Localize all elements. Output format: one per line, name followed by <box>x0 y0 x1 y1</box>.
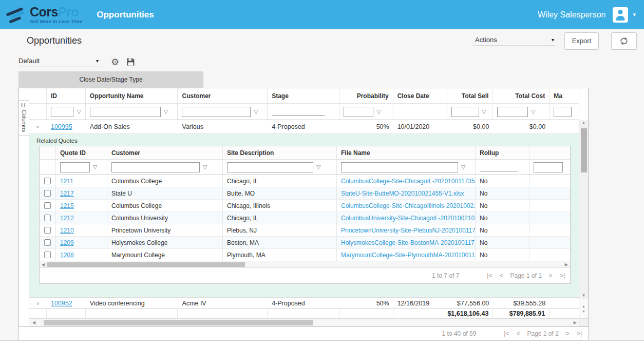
related-quote-row[interactable]: 1209 Holysmokes College Boston, MA Holys… <box>40 237 570 249</box>
filter-input-id[interactable] <box>51 107 73 117</box>
user-avatar-icon[interactable] <box>613 7 628 23</box>
quote-id-link[interactable]: 1217 <box>60 190 74 197</box>
tab-close-date-stage-type[interactable]: Close Date/Stage Type <box>18 71 203 88</box>
actions-dropdown[interactable]: Actions ▾ <box>473 36 555 46</box>
scrollbar-thumb[interactable] <box>47 262 245 267</box>
filter-funnel-icon[interactable]: ▽ <box>316 164 320 170</box>
column-header-close-date[interactable]: Close Date <box>393 88 447 103</box>
collapse-row-chevron-icon[interactable]: › <box>34 126 42 128</box>
scroll-left-icon[interactable]: ◀ <box>42 261 45 268</box>
quote-id-link[interactable]: 1211 <box>60 178 73 185</box>
quote-file-link[interactable]: HolysmokesCollege-Site-BostonMA-20201001… <box>341 239 476 246</box>
quote-file-link[interactable]: ColumbusCollege-Site-ChicagoIllinois-202… <box>341 202 476 209</box>
grid-horizontal-scrollbar[interactable]: ◀ ▶ <box>29 318 579 326</box>
quote-file-link[interactable]: PrincetownUniversity-Site-PlebusNJ-20201… <box>341 227 476 234</box>
column-header-file-name[interactable]: File Name <box>337 146 476 159</box>
filter-input-probability[interactable] <box>344 107 373 117</box>
filter-funnel-icon[interactable]: ▽ <box>93 164 97 170</box>
column-header-customer[interactable]: Customer <box>178 88 268 103</box>
filter-funnel-icon[interactable]: ▽ <box>531 108 535 115</box>
related-quote-row[interactable]: 1217 State U Butte, MO StateU-Site-Butte… <box>40 187 570 200</box>
filter-close-date[interactable] <box>393 104 447 120</box>
column-header-margin[interactable]: Ma <box>550 88 579 103</box>
next-page-button[interactable]: > <box>566 330 570 337</box>
filter-input-margin[interactable] <box>554 107 572 117</box>
column-header-id[interactable]: ID <box>47 88 86 103</box>
quote-file-link[interactable]: ColumbusCollege-Site-ChicagoIL-202010011… <box>341 178 476 185</box>
refresh-button[interactable] <box>611 32 637 50</box>
first-page-button[interactable]: |< <box>487 272 492 279</box>
next-page-button[interactable]: > <box>549 272 553 279</box>
grid-vertical-scrollbar[interactable]: ▲ ▼ ▲ ▼ <box>579 88 588 326</box>
filter-select-stage[interactable] <box>272 108 325 116</box>
filter-input-total-sell[interactable] <box>451 107 479 117</box>
filter-input-site-description[interactable] <box>227 162 313 172</box>
column-header-probability[interactable]: Probability <box>339 88 393 103</box>
related-quotes-horizontal-scrollbar[interactable]: ◀ ▶ <box>40 261 570 268</box>
filter-input-total-cost[interactable] <box>497 107 528 117</box>
filter-funnel-icon[interactable]: ▽ <box>482 108 486 115</box>
related-quote-row[interactable]: 1215 Columbus College Chicago, Illinois … <box>40 200 570 212</box>
filter-funnel-icon[interactable]: ▽ <box>164 108 168 115</box>
last-page-button[interactable]: >| <box>560 272 565 279</box>
filter-funnel-icon[interactable]: ▽ <box>254 108 258 115</box>
save-view-button[interactable] <box>126 57 135 66</box>
export-button[interactable]: Export <box>564 32 599 50</box>
spin-down-icon[interactable]: ▼ <box>582 309 585 314</box>
column-header-quote-customer[interactable]: Customer <box>107 146 223 159</box>
gear-icon[interactable]: ⚙ <box>111 57 119 67</box>
opportunity-id-link[interactable]: 100995 <box>51 123 72 130</box>
quote-id-link[interactable]: 1215 <box>60 202 74 209</box>
quote-id-link[interactable]: 1212 <box>60 215 74 222</box>
filter-funnel-icon[interactable]: ▽ <box>203 164 207 170</box>
quote-id-link[interactable]: 1208 <box>60 252 74 259</box>
prev-page-button[interactable]: < <box>516 330 520 337</box>
user-menu-caret-icon[interactable]: ▾ <box>633 11 636 18</box>
filter-input-quote-customer[interactable] <box>111 162 200 172</box>
filter-input-opportunity-name[interactable] <box>90 107 161 117</box>
filter-select-rollup[interactable] <box>480 163 518 171</box>
related-quote-row[interactable]: 1212 Columbus University Chicago, IL Col… <box>40 212 570 224</box>
column-header-opportunity-name[interactable]: Opportunity Name <box>86 88 178 103</box>
related-quote-row[interactable]: 1208 Marymount College Plymouth, MA Mary… <box>40 249 570 261</box>
column-header-quote-id[interactable]: Quote ID <box>56 146 107 159</box>
filter-funnel-icon[interactable]: ▽ <box>376 108 381 115</box>
scroll-down-icon[interactable]: ▼ <box>582 293 586 299</box>
row-checkbox[interactable] <box>44 239 51 246</box>
prev-page-button[interactable]: < <box>499 272 503 279</box>
row-checkbox[interactable] <box>44 215 51 221</box>
last-page-button[interactable]: >| <box>577 330 582 337</box>
row-checkbox[interactable] <box>44 227 51 234</box>
column-header-rollup[interactable]: Rollup <box>476 146 529 159</box>
scroll-left-icon[interactable]: ◀ <box>32 319 35 326</box>
filter-input-quote-id[interactable] <box>60 162 90 172</box>
spin-up-icon[interactable]: ▲ <box>582 304 585 309</box>
column-header-site-description[interactable]: Site Description <box>223 146 337 159</box>
first-page-button[interactable]: |< <box>504 330 509 337</box>
scroll-right-icon[interactable]: ▶ <box>574 319 577 326</box>
related-quote-row[interactable]: 1210 Princetown University Plebus, NJ Pr… <box>40 224 570 237</box>
row-checkbox[interactable] <box>44 190 51 197</box>
filter-input-file-name[interactable] <box>341 162 458 172</box>
totals-spinner[interactable]: ▲ ▼ <box>579 299 588 318</box>
filter-funnel-icon[interactable]: ▽ <box>461 164 465 170</box>
filter-input-partial[interactable] <box>534 162 563 172</box>
filter-funnel-icon[interactable]: ▽ <box>77 108 81 115</box>
opportunity-row[interactable]: › 100995 Add-On Sales Various 4-Proposed… <box>29 120 579 134</box>
opportunity-row[interactable]: › 100952 Video conferencing Acme IV 4-Pr… <box>29 297 579 309</box>
scrollbar-thumb[interactable] <box>581 128 587 172</box>
quote-id-link[interactable]: 1210 <box>60 227 74 234</box>
filter-input-customer[interactable] <box>182 107 251 117</box>
scroll-up-icon[interactable]: ▲ <box>582 120 586 126</box>
expand-row-chevron-icon[interactable]: › <box>37 299 39 307</box>
quote-file-link[interactable]: ColumbusUniversity-Site-ChicagoIL-202010… <box>341 215 476 222</box>
scrollbar-thumb[interactable] <box>44 320 313 325</box>
columns-panel-toggle[interactable]: Columns <box>19 100 29 136</box>
row-checkbox[interactable] <box>44 178 51 184</box>
scroll-right-icon[interactable]: ▶ <box>565 261 568 268</box>
row-checkbox[interactable] <box>44 202 51 209</box>
quote-file-link[interactable]: StateU-Site-ButteMO-202010021455-V1.xlsx <box>341 190 464 197</box>
related-quote-row[interactable]: 1211 Columbus College Chicago, IL Columb… <box>40 175 570 187</box>
quote-file-link[interactable]: MarymountCollege-Site-PlymouthMA-2020100… <box>341 252 476 259</box>
opportunity-id-link[interactable]: 100952 <box>51 300 72 307</box>
